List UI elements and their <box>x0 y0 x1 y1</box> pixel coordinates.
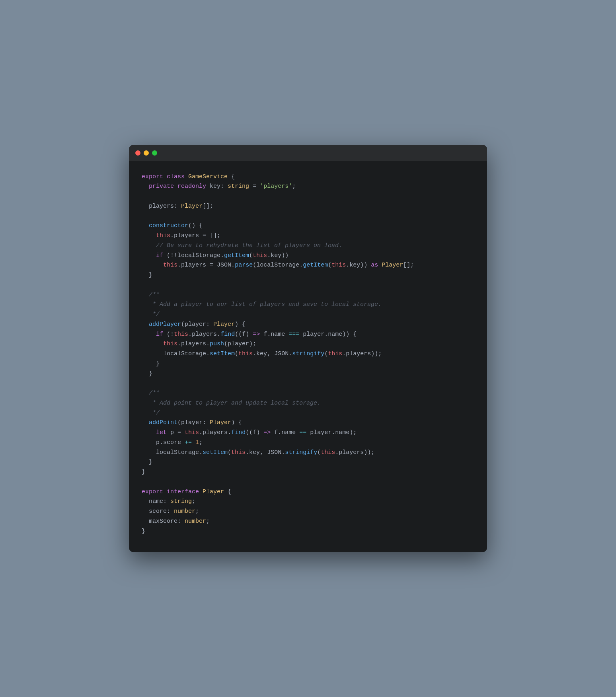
minimize-button[interactable] <box>144 150 149 156</box>
maximize-button[interactable] <box>152 150 157 156</box>
close-button[interactable] <box>135 150 140 156</box>
titlebar <box>129 145 487 161</box>
code-window: export class GameService { private reado… <box>129 145 487 553</box>
code-editor: export class GameService { private reado… <box>129 161 487 553</box>
